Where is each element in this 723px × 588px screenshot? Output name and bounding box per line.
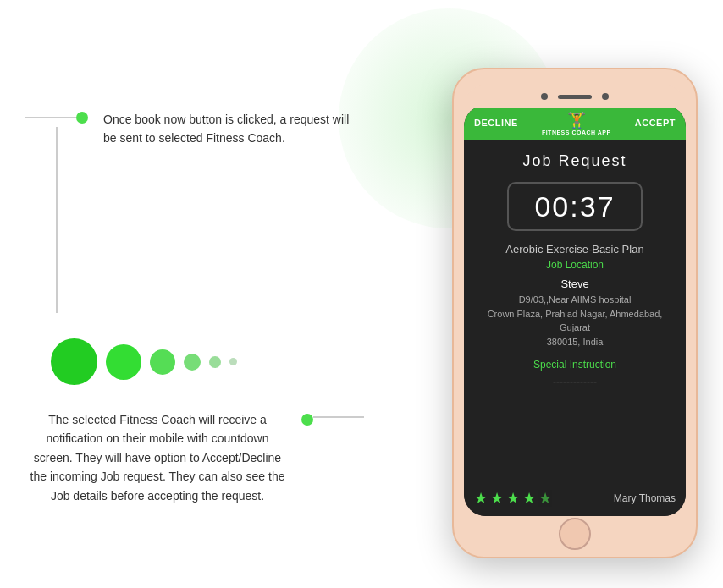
client-address: D9/03,,Near AIIMS hospital Crown Plaza, … <box>472 293 677 349</box>
address-line3: 380015, India <box>547 337 604 347</box>
step1-row: Once book now button is clicked, a reque… <box>25 110 364 313</box>
phone-body: DECLINE 🏋 FITNESS COACH APP ACCEPT Job R… <box>452 68 698 558</box>
special-instruction-value: ------------- <box>553 376 597 387</box>
special-instruction-label: Special Instruction <box>533 359 616 371</box>
client-name: Steve <box>560 278 588 290</box>
dot-6 <box>229 358 237 365</box>
h-line-left <box>25 117 76 118</box>
job-request-title: Job Request <box>522 152 626 170</box>
app-header: DECLINE 🏋 FITNESS COACH APP ACCEPT <box>464 105 686 140</box>
decline-button[interactable]: DECLINE <box>474 118 518 128</box>
app-bottom: ★ ★ ★ ★ ★ Mary Thomas <box>464 482 686 516</box>
star-3: ★ <box>506 489 520 508</box>
accept-button[interactable]: ACCEPT <box>635 118 676 128</box>
app-content: Job Request 00:37 Aerobic Exercise-Basic… <box>464 140 686 482</box>
countdown-display: 00:37 <box>534 190 615 223</box>
step1-text: Once book now button is clicked, a reque… <box>103 110 364 148</box>
dot-2 <box>106 344 141 380</box>
phone-camera <box>541 93 548 100</box>
phone-home-button[interactable] <box>559 518 591 550</box>
user-name: Mary Thomas <box>614 492 676 504</box>
phone-camera-2 <box>602 93 609 100</box>
step2-row: The selected Fitness Coach will receive … <box>25 410 364 505</box>
step1-dot <box>76 112 88 124</box>
left-content: Once book now button is clicked, a reque… <box>25 110 364 505</box>
star-2: ★ <box>490 489 504 508</box>
dots-row <box>51 338 364 385</box>
step1-vertical-line <box>56 127 58 313</box>
phone-top-bar <box>464 85 686 108</box>
app-logo: 🏋 FITNESS COACH APP <box>542 111 611 135</box>
address-line2: Crown Plaza, Prahlad Nagar, Ahmedabad, G… <box>488 309 663 333</box>
step1-connector <box>25 112 88 313</box>
logo-text: FITNESS COACH APP <box>542 129 611 135</box>
rating-stars: ★ ★ ★ ★ ★ <box>474 489 552 508</box>
star-4: ★ <box>522 489 536 508</box>
dot-5 <box>209 356 221 368</box>
phone-screen: DECLINE 🏋 FITNESS COACH APP ACCEPT Job R… <box>464 105 686 516</box>
step2-text: The selected Fitness Coach will receive … <box>25 410 290 505</box>
address-line1: D9/03,,Near AIIMS hospital <box>519 294 632 305</box>
phone-speaker <box>558 95 592 99</box>
countdown-box: 00:37 <box>507 182 643 231</box>
h-line-right <box>313 416 364 418</box>
step2-dot <box>301 414 313 426</box>
star-1: ★ <box>474 489 488 508</box>
job-location-label: Job Location <box>546 259 604 271</box>
exercise-name: Aerobic Exercise-Basic Plan <box>505 243 643 256</box>
phone-mockup: DECLINE 🏋 FITNESS COACH APP ACCEPT Job R… <box>452 68 698 558</box>
dot-1 <box>51 338 97 385</box>
logo-icon: 🏋 <box>567 111 586 129</box>
dot-4 <box>184 354 201 371</box>
star-5: ★ <box>538 489 552 508</box>
dot-3 <box>150 349 175 375</box>
